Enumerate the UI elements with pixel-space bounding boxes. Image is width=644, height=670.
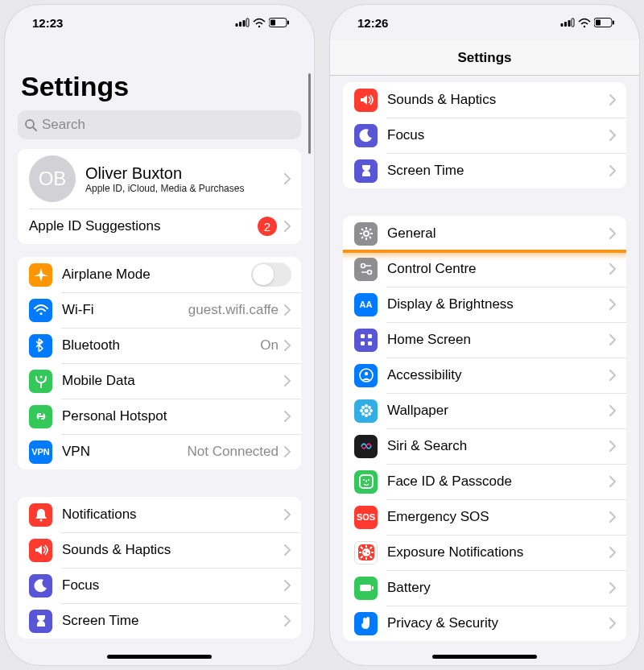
chevron-icon <box>609 405 617 416</box>
row-focus[interactable]: Focus <box>343 118 626 153</box>
row-sounds[interactable]: Sounds & Haptics <box>18 532 301 568</box>
row-controlcentre[interactable]: Control Centre <box>343 251 626 287</box>
row-exposure[interactable]: Exposure Notifications <box>343 535 626 570</box>
row-wallpaper[interactable]: Wallpaper <box>343 393 626 428</box>
row-homescreen[interactable]: Home Screen <box>343 322 626 358</box>
row-faceid[interactable]: Face ID & Passcode <box>343 464 626 499</box>
row-label: Apple ID Suggestions <box>29 218 258 234</box>
account-group: OB Oliver Buxton Apple ID, iCloud, Media… <box>18 149 301 244</box>
page-title: Settings <box>5 40 314 105</box>
siri-icon <box>354 435 378 458</box>
display-icon: AA <box>354 293 378 316</box>
row-label: Sounds & Haptics <box>62 542 283 558</box>
chevron-icon <box>283 340 291 351</box>
wifi-status-icon <box>253 18 266 28</box>
hotspot-icon <box>29 405 52 428</box>
home-indicator[interactable] <box>432 655 537 659</box>
chevron-icon <box>283 411 291 422</box>
phone-left: 12:23 Settings Search OB Oliver Buxton A… <box>5 5 314 665</box>
row-label: Control Centre <box>387 261 609 277</box>
wifi-icon <box>29 299 52 322</box>
search-placeholder: Search <box>42 117 85 133</box>
general-icon <box>354 222 378 246</box>
row-label: Screen Time <box>387 163 609 179</box>
search-input[interactable]: Search <box>18 110 301 139</box>
chevron-icon <box>609 618 617 629</box>
row-battery[interactable]: Battery <box>343 570 626 606</box>
status-bar: 12:23 <box>5 5 314 40</box>
row-sos[interactable]: SOSEmergency SOS <box>343 499 626 535</box>
row-label: Battery <box>387 580 609 596</box>
avatar: OB <box>29 155 76 202</box>
battery-status-icon <box>269 18 290 27</box>
row-label: General <box>387 225 609 242</box>
row-mobile-data[interactable]: Mobile Data <box>18 363 301 399</box>
chevron-icon <box>283 544 291 556</box>
row-label: Sounds & Haptics <box>387 92 609 108</box>
vpn-icon: VPN <box>29 440 52 464</box>
airplane-icon <box>29 263 52 287</box>
row-notifications[interactable]: Notifications <box>18 497 301 532</box>
account-name: Oliver Buxton <box>85 164 283 183</box>
chevron-icon <box>609 547 617 558</box>
chevron-icon <box>609 511 617 523</box>
settings-list[interactable]: Sounds & HapticsFocusScreen Time General… <box>330 76 639 665</box>
chevron-icon <box>283 446 291 457</box>
general-group: GeneralControl CentreAADisplay & Brightn… <box>343 216 626 641</box>
row-label: Focus <box>62 577 283 593</box>
apple-id-suggestions-row[interactable]: Apple ID Suggestions 2 <box>18 209 301 244</box>
chevron-icon <box>609 130 617 141</box>
row-label: Siri & Search <box>387 438 609 454</box>
row-label: Face ID & Passcode <box>387 474 609 490</box>
row-label: Exposure Notifications <box>387 544 609 560</box>
chevron-icon <box>609 94 617 105</box>
row-display[interactable]: AADisplay & Brightness <box>343 287 626 322</box>
chevron-icon <box>609 263 617 275</box>
account-row[interactable]: OB Oliver Buxton Apple ID, iCloud, Media… <box>18 149 301 209</box>
row-wifi[interactable]: Wi-Figuest.wifi.caffe <box>18 292 301 328</box>
scroll-indicator <box>308 73 311 154</box>
status-bar: 12:26 <box>330 5 639 40</box>
home-indicator[interactable] <box>107 655 212 659</box>
controlcentre-icon <box>354 258 378 281</box>
status-time: 12:26 <box>357 16 388 30</box>
row-airplane[interactable]: Airplane Mode <box>18 257 301 292</box>
row-focus[interactable]: Focus <box>18 568 301 603</box>
row-screentime[interactable]: Screen Time <box>18 603 301 639</box>
row-screentime[interactable]: Screen Time <box>343 153 626 188</box>
status-icons <box>235 18 290 28</box>
badge: 2 <box>258 217 277 236</box>
row-vpn[interactable]: VPNVPNNot Connected <box>18 434 301 469</box>
row-label: Personal Hotspot <box>62 408 283 424</box>
row-label: Emergency SOS <box>387 509 609 525</box>
account-subtitle: Apple ID, iCloud, Media & Purchases <box>85 183 283 194</box>
sounds-icon <box>29 539 52 562</box>
row-label: Privacy & Security <box>387 615 609 631</box>
row-accessibility[interactable]: Accessibility <box>343 358 626 393</box>
mobile-data-icon <box>29 370 52 393</box>
wallpaper-icon <box>354 399 378 423</box>
search-icon <box>24 118 37 131</box>
row-label: VPN <box>62 444 188 460</box>
row-value: Not Connected <box>188 444 279 460</box>
battery-status-icon <box>594 18 615 27</box>
focus-icon <box>354 124 378 147</box>
row-value: On <box>260 337 279 354</box>
row-general[interactable]: General <box>343 216 626 251</box>
notifications-group: NotificationsSounds & HapticsFocusScreen… <box>18 497 301 639</box>
row-siri[interactable]: Siri & Search <box>343 428 626 464</box>
chevron-icon <box>609 165 617 176</box>
row-label: Wi-Fi <box>62 302 188 318</box>
chevron-icon <box>283 615 291 627</box>
signal-icon <box>560 18 575 27</box>
row-bluetooth[interactable]: BluetoothOn <box>18 328 301 363</box>
chevron-icon <box>609 228 617 239</box>
toggle[interactable] <box>251 263 291 287</box>
row-privacy[interactable]: Privacy & Security <box>343 606 626 641</box>
phone-right: 12:26 Settings Sounds & HapticsFocusScre… <box>330 5 639 665</box>
row-hotspot[interactable]: Personal Hotspot <box>18 399 301 434</box>
row-label: Bluetooth <box>62 337 260 354</box>
row-label: Focus <box>387 127 609 143</box>
row-sounds[interactable]: Sounds & Haptics <box>343 82 626 118</box>
wifi-status-icon <box>578 18 591 28</box>
